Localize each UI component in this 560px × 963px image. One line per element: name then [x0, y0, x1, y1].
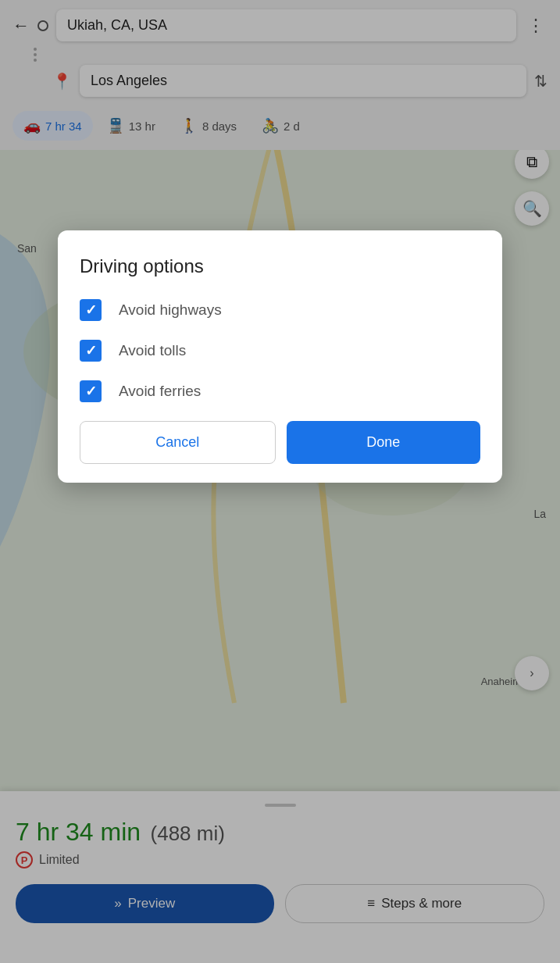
avoid-highways-label: Avoid highways — [119, 301, 222, 319]
avoid-ferries-label: Avoid ferries — [119, 383, 201, 400]
avoid-highways-checkbox[interactable]: ✓ — [80, 299, 102, 321]
checkmark-highways: ✓ — [85, 303, 97, 317]
cancel-button[interactable]: Cancel — [80, 421, 276, 464]
avoid-ferries-checkbox[interactable]: ✓ — [80, 380, 102, 402]
checkmark-tolls: ✓ — [85, 344, 97, 358]
dialog-action-buttons: Cancel Done — [80, 421, 480, 464]
avoid-tolls-row: ✓ Avoid tolls — [80, 340, 480, 362]
avoid-tolls-label: Avoid tolls — [119, 342, 186, 359]
checkmark-ferries: ✓ — [85, 384, 97, 398]
driving-options-dialog: Driving options ✓ Avoid highways ✓ Avoid… — [58, 230, 502, 483]
avoid-highways-row: ✓ Avoid highways — [80, 299, 480, 321]
avoid-ferries-row: ✓ Avoid ferries — [80, 380, 480, 402]
done-button[interactable]: Done — [287, 421, 481, 464]
dialog-title: Driving options — [80, 255, 480, 277]
avoid-tolls-checkbox[interactable]: ✓ — [80, 340, 102, 362]
